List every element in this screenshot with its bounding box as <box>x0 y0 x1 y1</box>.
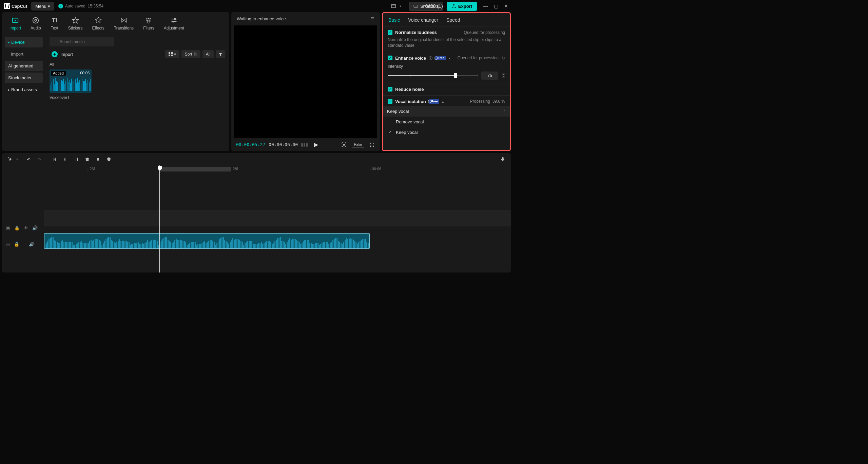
free-badge: ⃝ Free <box>429 99 440 104</box>
mic-button[interactable] <box>498 155 507 164</box>
added-badge: Added <box>51 71 66 76</box>
spinner-down[interactable]: ▾ <box>502 76 505 78</box>
delete-tool[interactable] <box>82 155 92 164</box>
svg-rect-12 <box>169 52 170 54</box>
ruler-mark: 00:06 <box>370 167 381 171</box>
export-button[interactable]: Export <box>447 2 477 11</box>
tab-effects[interactable]: Effects <box>87 15 109 34</box>
fullscreen-icon[interactable] <box>369 142 375 148</box>
text-icon: TI <box>51 16 59 24</box>
sidebar-ai-generated[interactable]: AI generated <box>5 61 43 71</box>
view-grid-button[interactable]: ▾ <box>165 50 179 58</box>
maximize-button[interactable]: ▢ <box>493 3 499 9</box>
split-tool[interactable] <box>50 155 59 164</box>
media-clip[interactable]: Added 00:06 Voiceover1 <box>50 69 92 100</box>
sort-button[interactable]: Sort ⇅ <box>181 50 200 58</box>
shield-tool[interactable] <box>104 155 114 164</box>
reduce-noise-label: Reduce noise <box>395 87 424 92</box>
playhead[interactable] <box>159 165 160 273</box>
minimize-button[interactable]: ― <box>483 3 488 9</box>
layout-button[interactable] <box>391 3 396 9</box>
sidebar-device[interactable]: ▸Device <box>5 37 43 47</box>
svg-point-11 <box>172 21 174 22</box>
refresh-icon[interactable]: ↻ <box>501 56 505 61</box>
timeline: ▣ 🔒 👁 🔊 ◎ 🔒 · 🔊 26f 28f 00:06 <box>2 165 511 273</box>
split-left-tool[interactable] <box>61 155 70 164</box>
chevron-up-icon[interactable]: ▴ <box>442 100 444 103</box>
lock-icon[interactable]: 🔒 <box>14 225 20 230</box>
sidebar-import[interactable]: Import <box>5 49 43 59</box>
track-cover-icon[interactable]: ▣ <box>6 225 10 230</box>
filter-all-button[interactable]: All <box>202 50 214 58</box>
svg-rect-14 <box>169 55 170 56</box>
track-type-icon[interactable]: ◎ <box>6 242 10 247</box>
waveform-icon <box>50 76 92 93</box>
ratio-button[interactable]: Ratio <box>352 142 364 147</box>
video-track[interactable] <box>44 210 511 226</box>
tab-text[interactable]: TI Text <box>46 15 63 34</box>
lock-icon[interactable]: 🔒 <box>14 242 19 247</box>
tab-basic[interactable]: Basic <box>388 17 400 23</box>
sidebar-stock[interactable]: Stock mater... <box>5 73 43 83</box>
enhance-status: Queued for processing <box>458 56 499 60</box>
ruler-mark: 28f <box>231 167 238 171</box>
clip-duration: 00:06 <box>80 71 90 75</box>
audio-clip[interactable] <box>44 233 370 249</box>
close-button[interactable]: ✕ <box>503 3 509 9</box>
tab-stickers[interactable]: Stickers <box>63 15 88 34</box>
option-keep-vocal[interactable]: Keep vocal <box>383 127 510 138</box>
export-icon <box>451 4 456 8</box>
svg-point-8 <box>148 18 151 21</box>
tracks-area[interactable]: 26f 28f 00:06 <box>44 165 511 273</box>
reduce-noise-checkbox[interactable]: ✓ <box>388 87 392 92</box>
vocal-isolation-checkbox[interactable]: ✓ <box>388 99 392 104</box>
sidebar-brand-assets[interactable]: ▸Brand assets <box>5 84 43 95</box>
timeline-ruler[interactable]: 26f 28f 00:06 <box>44 165 511 174</box>
speaker-icon[interactable]: 🔊 <box>32 225 38 230</box>
speaker-icon[interactable]: 🔊 <box>29 242 34 247</box>
option-remove-vocal[interactable]: Remove vocal <box>383 117 510 127</box>
chevron-up-icon[interactable]: ▴ <box>449 56 450 60</box>
compare-icon[interactable]: ▮▮▮ <box>301 142 307 148</box>
redo-button[interactable]: ↷ <box>35 155 44 164</box>
search-input[interactable] <box>50 37 114 46</box>
preview-panel: Waiting to enhance voice... ☰ 00:00:05:2… <box>231 12 380 151</box>
vocal-mode-select[interactable]: Keep vocal ⌃ <box>383 106 510 117</box>
stickers-icon <box>71 16 79 24</box>
tab-adjustment[interactable]: Adjustment <box>159 15 189 34</box>
intensity-label: Intensity <box>388 64 505 69</box>
menu-button[interactable]: Menu ▾ <box>31 2 54 11</box>
spinner-up[interactable]: ▴ <box>502 73 505 75</box>
normalize-checkbox[interactable]: ✓ <box>388 30 392 35</box>
cursor-tool[interactable] <box>5 155 15 164</box>
filters-icon <box>144 16 153 24</box>
svg-rect-17 <box>86 159 89 161</box>
seek-region <box>159 167 231 172</box>
info-icon[interactable]: ⓘ <box>429 56 432 61</box>
undo-button[interactable]: ↶ <box>24 155 33 164</box>
tab-audio[interactable]: Audio <box>26 15 46 34</box>
play-button[interactable]: ▶ <box>314 141 318 148</box>
tab-transitions[interactable]: Transitions <box>109 15 138 34</box>
preview-viewport[interactable] <box>234 25 377 138</box>
panel-menu-icon[interactable]: ☰ <box>370 16 374 21</box>
import-button[interactable]: + Import <box>50 50 75 59</box>
all-label: All <box>50 62 225 67</box>
intensity-slider[interactable] <box>388 75 478 76</box>
intensity-value[interactable] <box>481 72 498 80</box>
chevron-up-icon: ⌃ <box>503 109 506 113</box>
tab-voice-changer[interactable]: Voice changer <box>408 17 438 23</box>
normalize-label: Normalize loudness <box>395 30 437 35</box>
svg-point-9 <box>147 20 150 23</box>
tab-filters[interactable]: Filters <box>138 15 159 34</box>
enhance-checkbox[interactable]: ✓ <box>388 56 392 60</box>
split-right-tool[interactable] <box>72 155 81 164</box>
audio-track[interactable] <box>44 233 511 249</box>
tab-import[interactable]: Import <box>5 15 26 34</box>
vocal-isolation-label: Vocal isolation <box>395 99 426 104</box>
scan-icon[interactable] <box>341 142 347 148</box>
tab-speed[interactable]: Speed <box>446 17 460 23</box>
filter-button[interactable] <box>216 50 225 58</box>
eye-icon[interactable]: 👁 <box>24 225 28 230</box>
marker-tool[interactable] <box>93 155 103 164</box>
